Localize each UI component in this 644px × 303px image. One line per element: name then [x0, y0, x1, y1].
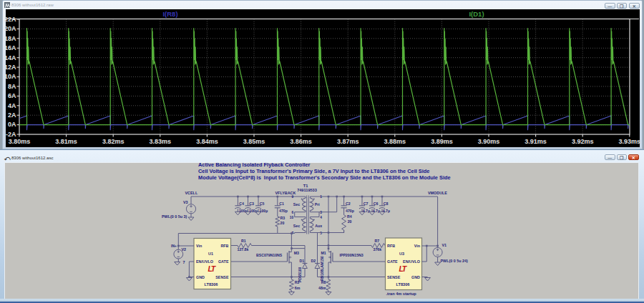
- svg-text:16A: 16A: [4, 44, 16, 51]
- svg-text:T1: T1: [303, 184, 308, 188]
- svg-text:LT8306: LT8306: [396, 282, 410, 287]
- svg-text:D2: D2: [311, 259, 316, 263]
- svg-text:100µ: 100µ: [260, 209, 268, 213]
- svg-text:Vin: Vin: [414, 244, 420, 248]
- svg-text:3.82ms: 3.82ms: [102, 138, 125, 145]
- svg-text:127.8k: 127.8k: [238, 247, 249, 252]
- svg-text:20: 20: [348, 219, 352, 224]
- svg-text:9: 9: [292, 195, 294, 199]
- svg-text:C6: C6: [374, 202, 379, 206]
- svg-text:3.87ms: 3.87ms: [337, 138, 359, 145]
- svg-text:3.83ms: 3.83ms: [150, 138, 172, 145]
- svg-text:3.80ms: 3.80ms: [9, 138, 31, 145]
- svg-text:EN/UVLO: EN/UVLO: [196, 259, 213, 264]
- svg-text:C5: C5: [260, 202, 265, 206]
- svg-text:R4: R4: [347, 214, 352, 219]
- svg-text:-2A: -2A: [6, 131, 16, 138]
- svg-text:5: 5: [320, 232, 322, 235]
- svg-text:RFB: RFB: [387, 244, 395, 248]
- svg-text:1: 1: [320, 195, 322, 199]
- svg-text:12A: 12A: [4, 64, 16, 71]
- svg-text:14A: 14A: [4, 54, 16, 61]
- svg-text:Aux: Aux: [315, 224, 322, 228]
- svg-text:20A: 20A: [4, 25, 16, 32]
- svg-text:3.90ms: 3.90ms: [478, 138, 500, 145]
- svg-text:D1: D1: [300, 259, 305, 263]
- svg-text:GATE: GATE: [387, 259, 398, 264]
- svg-text:3.92ms: 3.92ms: [572, 138, 594, 145]
- svg-text:U1: U1: [208, 252, 213, 256]
- svg-text:3: 3: [320, 211, 322, 214]
- svg-text:6: 6: [292, 211, 294, 214]
- svg-text:20: 20: [280, 221, 285, 225]
- svg-text:Active Balancing Isolated Flyb: Active Balancing Isolated Flyback Contro…: [198, 162, 311, 168]
- svg-text:PWL(0 0 5u 3): PWL(0 0 5u 3): [162, 214, 187, 219]
- svg-text:GND: GND: [411, 275, 420, 279]
- svg-text:3.88ms: 3.88ms: [384, 138, 406, 145]
- svg-text:I(D1): I(D1): [469, 10, 484, 18]
- svg-text:18A: 18A: [4, 35, 16, 42]
- svg-text:C8: C8: [384, 202, 389, 206]
- svg-text:GND: GND: [196, 275, 205, 279]
- svg-text:EN/UVLO: EN/UVLO: [403, 259, 420, 264]
- svg-text:2A: 2A: [8, 111, 16, 119]
- svg-text:M1: M1: [321, 251, 326, 255]
- svg-text:6A: 6A: [8, 92, 16, 99]
- svg-text:10: 10: [290, 216, 294, 219]
- svg-text:VCELL: VCELL: [185, 191, 198, 195]
- svg-text:3.81ms: 3.81ms: [55, 138, 77, 145]
- svg-text:3.86ms: 3.86ms: [290, 138, 312, 145]
- svg-text:R8: R8: [321, 280, 326, 284]
- svg-text:V1: V1: [442, 243, 447, 247]
- svg-text:I(R8): I(R8): [162, 10, 177, 18]
- svg-text:SENSE: SENSE: [215, 275, 229, 279]
- svg-text:3.93ms: 3.93ms: [619, 138, 641, 145]
- svg-text:V2: V2: [182, 247, 187, 252]
- svg-text:8A: 8A: [8, 83, 16, 90]
- svg-text:4A: 4A: [8, 102, 16, 109]
- svg-text:R2: R2: [295, 280, 300, 284]
- svg-text:Vin: Vin: [196, 244, 202, 248]
- svg-text:0A: 0A: [8, 121, 16, 128]
- svg-text:Pri: Pri: [315, 202, 320, 207]
- svg-text:RFB: RFB: [220, 244, 228, 248]
- svg-text:RB168LAM150: RB168LAM150: [320, 256, 324, 281]
- svg-text:Module Voltage(Cell*8) is Inp: Module Voltage(Cell*8) is Input to Trans…: [198, 174, 451, 181]
- svg-text:7: 7: [183, 260, 185, 264]
- svg-text:22A: 22A: [4, 16, 16, 23]
- svg-text:749119533: 749119533: [297, 188, 317, 192]
- svg-text:C1: C1: [279, 202, 284, 206]
- svg-text:PWL(0 0 5u 24): PWL(0 0 5u 24): [441, 259, 469, 263]
- svg-text:Cell Voltage is Input to Trans: Cell Voltage is Input to Transformer's P…: [198, 168, 429, 174]
- svg-text:100µ: 100µ: [239, 209, 248, 213]
- svg-text:48m: 48m: [318, 286, 326, 290]
- svg-text:U3: U3: [399, 252, 404, 256]
- svg-text:Sec: Sec: [293, 224, 300, 228]
- svg-text:GATE: GATE: [218, 259, 229, 264]
- svg-text:IN+: IN+: [171, 244, 177, 248]
- svg-text:C7: C7: [364, 202, 369, 206]
- svg-text:470p: 470p: [279, 209, 288, 213]
- svg-text:R1: R1: [241, 239, 246, 243]
- svg-text:Sec: Sec: [293, 202, 300, 207]
- svg-text:470p: 470p: [346, 209, 354, 213]
- svg-text:6m: 6m: [295, 286, 301, 290]
- svg-text:SENSE: SENSE: [387, 275, 401, 279]
- svg-text:4.7µ: 4.7µ: [363, 209, 370, 213]
- svg-text:376k: 376k: [374, 247, 382, 252]
- svg-text:3.89ms: 3.89ms: [431, 138, 453, 145]
- svg-text:3.84ms: 3.84ms: [196, 138, 218, 145]
- svg-text:C2: C2: [346, 202, 351, 206]
- svg-text:4.7µ: 4.7µ: [383, 209, 390, 213]
- svg-text:C4: C4: [239, 202, 244, 206]
- svg-text:4: 4: [320, 216, 322, 219]
- svg-text:M3: M3: [294, 251, 299, 255]
- svg-text:IPP200N15N3: IPP200N15N3: [340, 253, 364, 257]
- svg-text:LT8306: LT8306: [205, 282, 218, 287]
- svg-text:3.85ms: 3.85ms: [243, 138, 265, 145]
- svg-text:BSC079N10NS: BSC079N10NS: [256, 253, 283, 257]
- svg-text:4.7µ: 4.7µ: [373, 209, 380, 213]
- svg-text:10A: 10A: [4, 73, 16, 80]
- svg-text:V3: V3: [183, 200, 188, 204]
- svg-text:R3: R3: [280, 216, 286, 220]
